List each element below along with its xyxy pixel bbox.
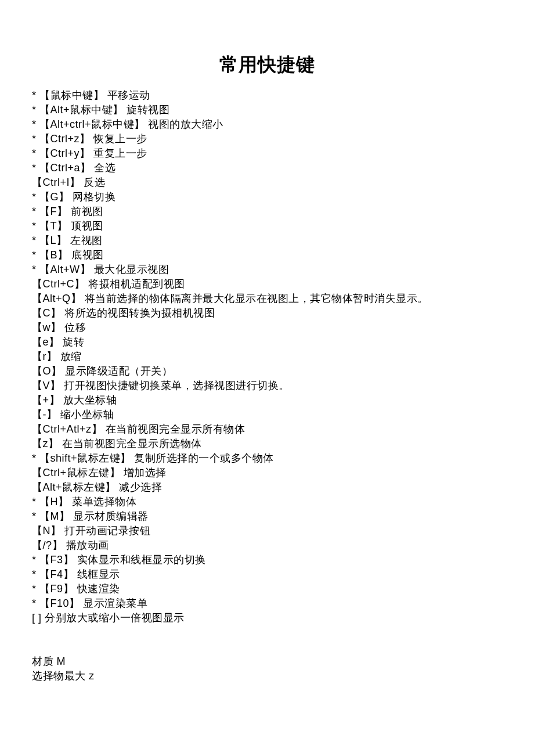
shortcut-line: 【r】 放缩 <box>32 350 502 364</box>
shortcut-line: 【N】 打开动画记录按钮 <box>32 524 502 538</box>
shortcut-line: * 【F3】 实体显示和线框显示的切换 <box>32 553 502 567</box>
shortcut-line: * 【G】 网格切换 <box>32 190 502 204</box>
spacer <box>32 625 502 654</box>
shortcut-line: 【V】 打开视图快捷键切换菜单，选择视图进行切换。 <box>32 379 502 393</box>
shortcut-line: * 【shift+鼠标左键】 复制所选择的一个或多个物体 <box>32 451 502 466</box>
shortcut-line: * 【F】 前视图 <box>32 204 502 219</box>
shortcut-line: 【Ctrl+鼠标左键】 增加选择 <box>32 466 502 480</box>
footer-line: 材质 M <box>32 654 502 669</box>
shortcut-line: * 【T】 顶视图 <box>32 219 502 233</box>
shortcut-line: * 【F9】 快速渲染 <box>32 582 502 596</box>
shortcut-line: 【Alt+鼠标左键】 减少选择 <box>32 480 502 495</box>
footer-line: 选择物最大 z <box>32 669 502 683</box>
shortcut-line: 【Alt+Q】 将当前选择的物体隔离并最大化显示在视图上，其它物体暂时消失显示。 <box>32 291 502 306</box>
shortcut-line: * 【鼠标中键】 平移运动 <box>32 88 502 103</box>
shortcut-line: * 【H】 菜单选择物体 <box>32 495 502 509</box>
shortcut-line: * 【Alt+ctrl+鼠标中键】 视图的放大缩小 <box>32 117 502 132</box>
shortcut-line: 【+】 放大坐标轴 <box>32 393 502 408</box>
shortcut-line: 【z】 在当前视图完全显示所选物体 <box>32 437 502 451</box>
shortcut-line: * 【B】 底视图 <box>32 248 502 262</box>
shortcut-line: 【O】 显示降级适配（开关） <box>32 364 502 379</box>
shortcut-line: * 【Ctrl+a】 全选 <box>32 161 502 175</box>
shortcut-line: * 【M】 显示材质编辑器 <box>32 509 502 524</box>
shortcut-line: 【e】 旋转 <box>32 335 502 350</box>
page-title: 常用快捷键 <box>32 52 502 78</box>
shortcut-line: 【Ctrl+C】 将摄相机适配到视图 <box>32 277 502 291</box>
shortcut-line: 【w】 位移 <box>32 321 502 335</box>
shortcut-line: * 【Alt+W】 最大化显示视图 <box>32 262 502 277</box>
shortcut-line: 【Ctrl+I】 反选 <box>32 175 502 190</box>
document-page: 常用快捷键 * 【鼠标中键】 平移运动* 【Alt+鼠标中键】 旋转视图* 【A… <box>0 0 534 707</box>
shortcut-line: 【Ctrl+Atl+z】 在当前视图完全显示所有物体 <box>32 422 502 437</box>
shortcut-line: * 【F10】 显示渲染菜单 <box>32 596 502 611</box>
shortcut-line: * 【Alt+鼠标中键】 旋转视图 <box>32 103 502 117</box>
shortcut-line: 【-】 缩小坐标轴 <box>32 408 502 422</box>
shortcut-line: 【C】 将所选的视图转换为摄相机视图 <box>32 306 502 321</box>
shortcut-list: * 【鼠标中键】 平移运动* 【Alt+鼠标中键】 旋转视图* 【Alt+ctr… <box>32 88 502 625</box>
shortcut-line: 【/?】 播放动画 <box>32 538 502 553</box>
shortcut-line: * 【F4】 线框显示 <box>32 567 502 582</box>
shortcut-line: * 【L】 左视图 <box>32 233 502 248</box>
shortcut-line: [ ] 分别放大或缩小一倍视图显示 <box>32 611 502 625</box>
footer-notes: 材质 M选择物最大 z <box>32 654 502 683</box>
shortcut-line: * 【Ctrl+y】 重复上一步 <box>32 146 502 161</box>
shortcut-line: * 【Ctrl+z】 恢复上一步 <box>32 132 502 146</box>
